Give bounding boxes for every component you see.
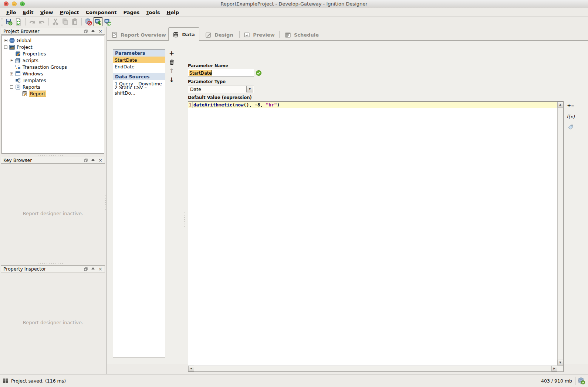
property-inspector-title: Property Inspector — [3, 266, 84, 272]
expression-code-area[interactable]: 1 dateArithmetic(now(), -8, "hr") — [188, 102, 557, 366]
parameters-list: Parameters StartDate EndDate Data Source… — [113, 49, 165, 357]
panel-resize-handle[interactable] — [38, 263, 64, 264]
tab-schedule[interactable]: Schedule — [281, 29, 322, 41]
scripts-icon — [15, 58, 21, 63]
pin-panel-icon[interactable] — [91, 158, 95, 162]
parameter-name-input[interactable]: StartDate — [188, 69, 254, 77]
cut-button[interactable] — [51, 17, 60, 26]
expand-icon[interactable]: + — [10, 59, 13, 62]
tree-item-label-selected: Report — [29, 91, 46, 96]
scrollbar-corner — [557, 366, 563, 371]
gateway-comm-active-icon — [94, 18, 102, 26]
parameter-type-select[interactable]: Date ▼ — [188, 85, 254, 93]
scroll-left-button[interactable]: ◀ — [188, 366, 194, 371]
split-resize-handle[interactable] — [184, 212, 185, 227]
menu-project[interactable]: Project — [57, 9, 82, 16]
tab-report-overview[interactable]: Report Overview — [111, 29, 166, 41]
close-window-button[interactable]: ✕ — [4, 1, 9, 6]
float-panel-icon[interactable] — [84, 29, 88, 33]
tab-separator — [279, 31, 280, 38]
menu-view[interactable]: View — [37, 9, 57, 16]
expand-icon[interactable]: + — [10, 72, 13, 75]
tree-item-report[interactable]: Report — [2, 90, 104, 97]
pin-panel-icon[interactable] — [91, 29, 95, 33]
tree-item-label: Project — [17, 44, 33, 50]
globe-icon — [9, 38, 15, 43]
expression-editor[interactable]: 1 dateArithmetic(now(), -8, "hr") ▲ ▼ ◀ … — [188, 101, 564, 372]
update-project-button[interactable] — [14, 17, 23, 26]
scroll-down-button[interactable]: ▼ — [557, 360, 563, 366]
gateway-sync-button[interactable] — [103, 17, 112, 26]
trash-icon — [169, 59, 175, 65]
add-button[interactable]: + — [168, 50, 175, 57]
undo-button[interactable] — [28, 17, 37, 26]
menu-component[interactable]: Component — [82, 9, 120, 16]
float-panel-icon[interactable] — [84, 158, 88, 162]
tag-icon — [568, 124, 574, 130]
tree-item-reports[interactable]: − Reports — [2, 84, 104, 90]
database-connection-off-button[interactable] — [84, 17, 93, 26]
paste-button[interactable] — [70, 17, 79, 26]
name-valid-check-icon — [256, 70, 261, 76]
vertical-scrollbar[interactable]: ▲ ▼ — [557, 102, 563, 366]
move-up-button[interactable]: ↑ — [168, 67, 175, 74]
move-down-button[interactable]: ↓ — [168, 76, 175, 83]
update-project-icon — [15, 18, 22, 26]
expression-code: dateArithmetic(now(), -8, "hr") — [193, 102, 280, 108]
tag-button[interactable] — [567, 123, 574, 131]
tab-data[interactable]: Data — [168, 27, 199, 41]
functions-button[interactable]: f(x) — [567, 113, 574, 120]
collapse-icon[interactable]: − — [10, 85, 13, 89]
close-panel-icon[interactable]: × — [98, 29, 102, 33]
tree-item-properties[interactable]: Properties — [2, 50, 104, 57]
main-area: Report Overview Data Design Preview Sche… — [107, 27, 588, 374]
close-panel-icon[interactable]: × — [98, 267, 102, 271]
menu-file[interactable]: File — [3, 9, 20, 16]
copy-icon — [61, 18, 69, 26]
tree-item-global[interactable]: + Global — [2, 37, 104, 44]
save-button[interactable] — [4, 17, 13, 26]
delete-button[interactable] — [168, 58, 175, 65]
close-panel-icon[interactable]: × — [98, 158, 102, 162]
expand-icon[interactable]: + — [4, 39, 7, 42]
cut-icon — [52, 18, 59, 26]
tab-design[interactable]: Design — [202, 29, 237, 41]
collapse-icon[interactable]: − — [4, 45, 7, 49]
redo-button[interactable] — [37, 17, 46, 26]
menu-help[interactable]: Help — [163, 9, 182, 16]
data-source-row-static-csv[interactable]: 2 Static CSV – shiftDo... — [113, 87, 165, 94]
data-icon — [173, 31, 179, 38]
gateway-sync-icon — [104, 18, 111, 26]
parameter-row-startdate[interactable]: StartDate — [113, 57, 165, 63]
scroll-up-button[interactable]: ▲ — [557, 102, 563, 108]
menu-tools[interactable]: Tools — [143, 9, 163, 16]
zoom-window-button[interactable]: + — [20, 1, 25, 6]
tree-item-transaction-groups[interactable]: Transaction Groups — [2, 64, 104, 70]
tree-item-project[interactable]: − Project — [2, 44, 104, 50]
parameters-header: Parameters — [113, 50, 165, 57]
dock-resize-handle[interactable] — [105, 194, 106, 210]
parameter-row-enddate[interactable]: EndDate — [113, 63, 165, 70]
operators-button[interactable]: += — [567, 102, 574, 109]
tree-item-windows[interactable]: + Windows — [2, 70, 104, 77]
copy-button[interactable] — [61, 17, 70, 26]
pin-panel-icon[interactable] — [91, 267, 95, 271]
ignition-designer-window: ✕ − + ReportExampleProject - Develop-Gat… — [0, 0, 588, 387]
status-separator — [575, 377, 575, 385]
panel-resize-handle[interactable] — [38, 155, 64, 156]
redo-icon — [38, 18, 45, 26]
menu-edit[interactable]: Edit — [20, 9, 37, 16]
tree-item-scripts[interactable]: + Scripts — [2, 57, 104, 64]
float-panel-icon[interactable] — [84, 267, 88, 271]
scroll-right-button[interactable]: ▶ — [551, 366, 557, 371]
gateway-comm-active-button[interactable] — [94, 17, 102, 26]
window-controls: ✕ − + — [4, 1, 25, 6]
panel-grid-icon[interactable] — [3, 378, 8, 383]
tree-item-templates[interactable]: Templates — [2, 77, 104, 84]
database-status-icon[interactable] — [578, 377, 585, 384]
toolbar-drag-handle[interactable] — [1, 18, 3, 26]
minimize-window-button[interactable]: − — [12, 1, 17, 6]
menu-pages[interactable]: Pages — [120, 9, 143, 16]
tab-preview[interactable]: Preview — [241, 29, 277, 41]
horizontal-scrollbar[interactable]: ◀ ▶ — [188, 366, 557, 371]
